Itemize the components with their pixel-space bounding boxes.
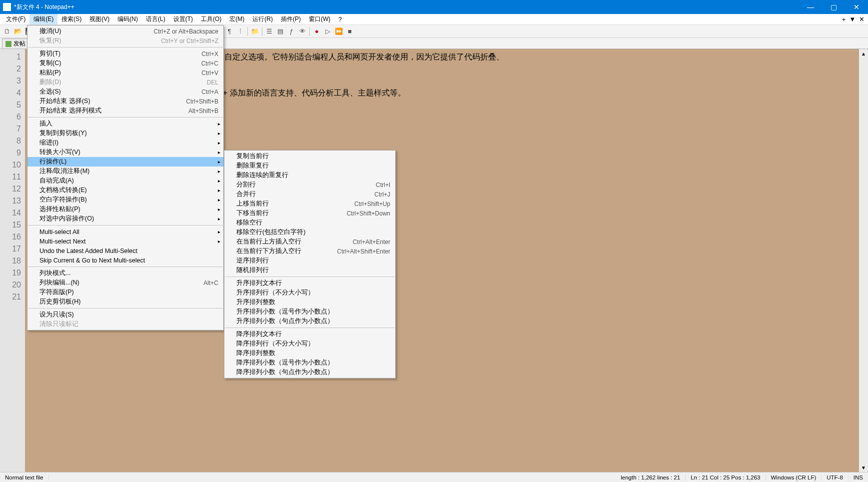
edit-menu-item[interactable]: 对选中内容操作(O)▸	[27, 214, 223, 224]
menu-item-label: 删除重复行	[236, 162, 390, 170]
line-menu-item[interactable]: 降序排列小数（句点作为小数点）	[224, 368, 395, 377]
monitor-icon[interactable]: 👁	[297, 26, 307, 36]
menubar-right-button[interactable]: ✕	[857, 16, 866, 23]
edit-menu-item[interactable]: 粘贴(P)Ctrl+V	[27, 68, 223, 78]
line-menu-item[interactable]: 移除空行	[224, 218, 395, 228]
open-icon[interactable]: 📂	[13, 26, 23, 36]
menu-视图(V)[interactable]: 视图(V)	[85, 14, 113, 24]
menu-工具(O)[interactable]: 工具(O)	[197, 14, 225, 24]
record-icon[interactable]: ●	[312, 26, 322, 36]
folder-icon[interactable]: 📁	[250, 26, 260, 36]
line-menu-item[interactable]: 删除连续的重复行	[224, 170, 395, 180]
line-menu-item[interactable]: 升序排列文本行	[224, 278, 395, 288]
edit-menu[interactable]: 撤消(U)Ctrl+Z or Alt+Backspace恢复(R)Ctrl+Y …	[27, 25, 224, 330]
edit-menu-item[interactable]: Multi-select Next▸	[27, 236, 223, 246]
edit-menu-item[interactable]: Multi-select All▸	[27, 227, 223, 236]
menu-插件(P)[interactable]: 插件(P)	[277, 14, 305, 24]
edit-menu-item[interactable]: 文档格式转换(E)▸	[27, 186, 223, 195]
func-list-icon[interactable]: ƒ	[286, 26, 296, 36]
doc-map-icon[interactable]: ▤	[275, 26, 285, 36]
line-menu-item[interactable]: 升序排列行（不分大小写）	[224, 288, 395, 298]
edit-menu-item[interactable]: Undo the Latest Added Multi-Select	[27, 246, 223, 256]
indent-guide-icon[interactable]: ⦙	[235, 26, 245, 36]
submenu-arrow-icon: ▸	[218, 121, 220, 126]
edit-menu-item[interactable]: 列块模式...	[27, 268, 223, 278]
play-icon[interactable]: ▷	[323, 26, 333, 36]
menu-文件(F)[interactable]: 文件(F)	[2, 14, 29, 24]
line-menu-item[interactable]: 降序排列行（不分大小写）	[224, 339, 395, 348]
edit-menu-item[interactable]: 自动完成(A)▸	[27, 176, 223, 186]
menu-item-label: 自动完成(A)	[39, 176, 218, 185]
line-menu-item[interactable]: 复制当前行	[224, 152, 395, 161]
status-encoding[interactable]: UTF-8	[822, 474, 849, 480]
menu-编码(N)[interactable]: 编码(N)	[113, 14, 142, 24]
menu-item-label: 复制(C)	[39, 59, 201, 68]
maximize-button[interactable]: ▢	[822, 0, 845, 14]
line-menu-item[interactable]: 降序排列小数（逗号作为小数点）	[224, 358, 395, 368]
line-menu-item[interactable]: 删除重复行	[224, 161, 395, 170]
menu-?[interactable]: ?	[334, 15, 346, 24]
edit-menu-item[interactable]: 开始/结束 选择(S)Ctrl+Shift+B	[27, 96, 223, 106]
edit-menu-item[interactable]: 转换大小写(V)▸	[27, 148, 223, 157]
minimize-button[interactable]: —	[799, 0, 822, 14]
line-menu-item[interactable]: 降序排列整数	[224, 348, 395, 358]
line-menu-item[interactable]: 随机排列行	[224, 266, 395, 275]
edit-menu-item[interactable]: 全选(S)Ctrl+A	[27, 87, 223, 96]
line-menu-item[interactable]: 升序排列整数	[224, 298, 395, 307]
line-menu-item[interactable]: 逆序排列行	[224, 256, 395, 266]
play-multi-icon[interactable]: ⏩	[334, 26, 344, 36]
line-menu-item[interactable]: 降序排列文本行	[224, 330, 395, 339]
edit-menu-item[interactable]: 选择性粘贴(P)▸	[27, 204, 223, 214]
edit-menu-item[interactable]: 缩进(I)▸	[27, 138, 223, 148]
edit-menu-item[interactable]: 字符面版(P)	[27, 288, 223, 297]
menubar-right-button[interactable]: ▼	[848, 16, 857, 23]
edit-menu-item[interactable]: 复制(C)Ctrl+C	[27, 58, 223, 68]
menu-设置(T)[interactable]: 设置(T)	[169, 14, 197, 24]
line-operations-submenu[interactable]: 复制当前行删除重复行删除连续的重复行分割行Ctrl+I合并行Ctrl+J上移当前…	[224, 150, 396, 378]
line-menu-item[interactable]: 升序排列小数（句点作为小数点）	[224, 316, 395, 326]
menu-搜索(S)[interactable]: 搜索(S)	[57, 14, 85, 24]
menubar-right-button[interactable]: ＋	[839, 15, 848, 24]
edit-menu-item[interactable]: 行操作(L)▸	[27, 157, 223, 166]
scroll-down-arrow[interactable]: ▼	[859, 463, 868, 472]
macro-save-icon[interactable]: ■	[345, 26, 355, 36]
menu-宏(M)[interactable]: 宏(M)	[225, 14, 248, 24]
line-menu-item[interactable]: 下移当前行Ctrl+Shift+Down	[224, 208, 395, 218]
line-menu-item[interactable]: 合并行Ctrl+J	[224, 190, 395, 199]
menu-编辑(E)[interactable]: 编辑(E)	[29, 14, 57, 24]
edit-menu-item[interactable]: 列块编辑...(N)Alt+C	[27, 278, 223, 288]
edit-menu-item[interactable]: 撤消(U)Ctrl+Z or Alt+Backspace	[27, 26, 223, 36]
line-menu-item[interactable]: 分割行Ctrl+I	[224, 180, 395, 190]
menu-item-label: Skip Current & Go to Next Multi-select	[39, 257, 218, 264]
menu-运行(R)[interactable]: 运行(R)	[248, 14, 277, 24]
line-menu-item[interactable]: 移除空行(包括空白字符)	[224, 228, 395, 237]
line-menu-item[interactable]: 在当前行上方插入空行Ctrl+Alt+Enter	[224, 237, 395, 246]
edit-menu-item[interactable]: 剪切(T)Ctrl+X	[27, 49, 223, 58]
edit-menu-item[interactable]: 空白字符操作(B)▸	[27, 195, 223, 204]
line-menu-item[interactable]: 上移当前行Ctrl+Shift+Up	[224, 199, 395, 208]
vertical-scrollbar[interactable]: ▲ ▼	[859, 49, 868, 472]
line-number: 11	[0, 171, 21, 183]
line-menu-item[interactable]: 在当前行下方插入空行Ctrl+Alt+Shift+Enter	[224, 246, 395, 256]
close-window-button[interactable]: ✕	[845, 0, 868, 14]
edit-menu-item[interactable]: 历史剪切板(H)	[27, 297, 223, 306]
menu-item-label: 降序排列文本行	[236, 330, 390, 338]
line-menu-item[interactable]: 升序排列小数（逗号作为小数点）	[224, 307, 395, 316]
menu-item-label: 移除空行	[236, 218, 390, 227]
new-icon[interactable]: 🗋	[2, 26, 12, 36]
status-eol[interactable]: Windows (CR LF)	[766, 474, 822, 480]
status-ins[interactable]: INS	[849, 474, 868, 480]
doc-list-icon[interactable]: ☰	[264, 26, 274, 36]
edit-menu-item[interactable]: Skip Current & Go to Next Multi-select	[27, 256, 223, 265]
edit-menu-item[interactable]: 插入▸	[27, 119, 223, 128]
menu-窗口(W)[interactable]: 窗口(W)	[305, 14, 334, 24]
menu-语言(L)[interactable]: 语言(L)	[142, 14, 169, 24]
scroll-up-arrow[interactable]: ▲	[859, 49, 868, 58]
edit-menu-item[interactable]: 注释/取消注释(M)▸	[27, 166, 223, 176]
menu-item-shortcut: Ctrl+Alt+Shift+Enter	[337, 248, 390, 255]
scroll-track[interactable]	[859, 58, 868, 463]
edit-menu-item[interactable]: 开始/结束 选择列模式Alt+Shift+B	[27, 106, 223, 116]
show-all-icon[interactable]: ¶	[224, 26, 234, 36]
edit-menu-item[interactable]: 设为只读(S)	[27, 310, 223, 320]
edit-menu-item[interactable]: 复制到剪切板(Y)▸	[27, 128, 223, 138]
